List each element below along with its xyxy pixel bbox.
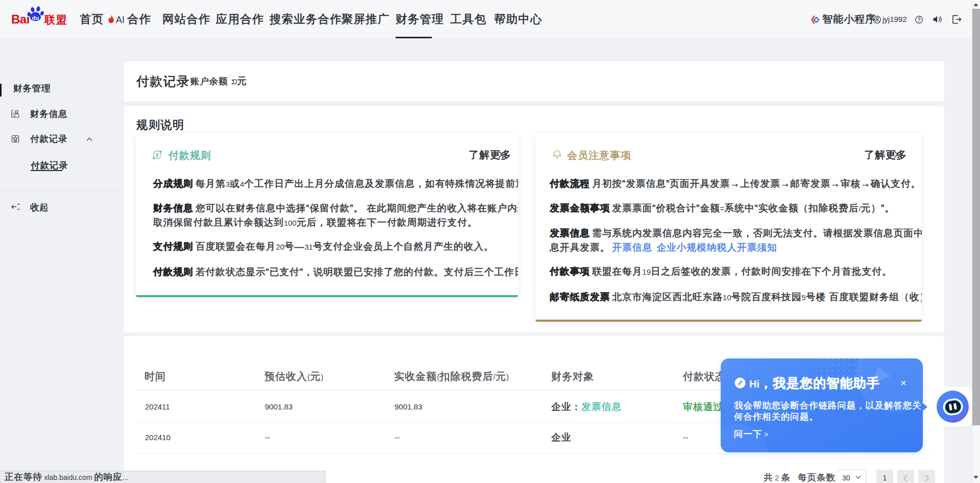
svg-text:du: du <box>32 15 39 21</box>
svg-text:联盟: 联盟 <box>44 14 67 26</box>
svg-text:Bai: Bai <box>11 12 30 26</box>
